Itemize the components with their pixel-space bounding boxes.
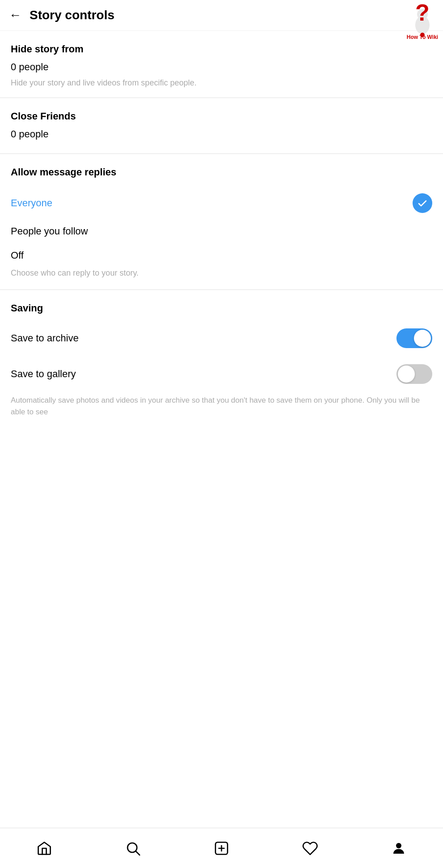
toggle-knob-archive [414, 330, 431, 347]
nav-profile[interactable] [385, 835, 412, 862]
hide-story-section: Hide story from 0 people Hide your story… [0, 31, 443, 98]
nav-search[interactable] [119, 835, 146, 862]
search-icon [125, 840, 141, 856]
heart-icon [302, 840, 318, 856]
saving-title: Saving [11, 302, 432, 314]
watermark-logo: ? How To Wiki [406, 2, 439, 40]
hide-story-desc: Hide your story and live videos from spe… [11, 77, 432, 89]
message-replies-section: Allow message replies Everyone People yo… [0, 154, 443, 289]
reply-option-everyone[interactable]: Everyone [11, 184, 432, 217]
bottom-nav [0, 828, 443, 868]
logo-icon: ? [406, 2, 439, 38]
close-friends-count[interactable]: 0 people [11, 128, 432, 140]
save-gallery-row: Save to gallery [11, 356, 432, 392]
add-icon [213, 840, 230, 856]
close-friends-section: Close Friends 0 people [0, 98, 443, 153]
profile-icon [391, 840, 407, 856]
header: ← Story controls ? How To Wiki [0, 0, 443, 31]
hide-story-count[interactable]: 0 people [11, 61, 432, 73]
save-archive-row: Save to archive [11, 320, 432, 356]
saving-section: Saving Save to archive Save to gallery A… [0, 290, 443, 431]
message-replies-title: Allow message replies [11, 166, 432, 178]
reply-option-off[interactable]: Off [11, 241, 432, 265]
save-archive-label: Save to archive [11, 332, 79, 344]
close-friends-title: Close Friends [11, 111, 432, 122]
check-icon-everyone [413, 193, 432, 213]
home-icon [36, 840, 52, 856]
logo-label: How To Wiki [407, 34, 438, 40]
back-button[interactable]: ← [9, 9, 21, 21]
page-title: Story controls [30, 8, 115, 22]
svg-line-5 [136, 851, 140, 855]
reply-option-follow[interactable]: People you follow [11, 217, 432, 241]
reply-option-off-label: Off [11, 250, 24, 261]
message-replies-desc: Choose who can reply to your story. [11, 265, 432, 281]
nav-add[interactable] [208, 835, 235, 862]
hide-story-title: Hide story from [11, 43, 432, 55]
nav-home[interactable] [31, 835, 58, 862]
reply-option-follow-label: People you follow [11, 226, 88, 237]
save-gallery-label: Save to gallery [11, 368, 76, 380]
saving-desc: Automatically save photos and videos in … [11, 392, 432, 422]
save-archive-toggle[interactable] [396, 328, 432, 348]
svg-text:?: ? [415, 2, 430, 26]
toggle-knob-gallery [398, 366, 415, 383]
nav-likes[interactable] [297, 835, 324, 862]
save-gallery-toggle[interactable] [396, 364, 432, 384]
reply-option-everyone-label: Everyone [11, 197, 52, 209]
svg-point-9 [396, 843, 401, 848]
